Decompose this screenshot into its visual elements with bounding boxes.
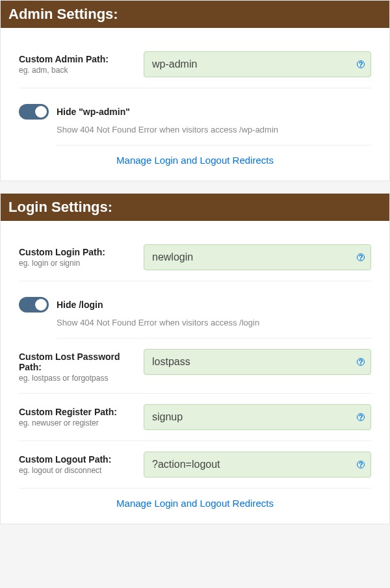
hide-wp-admin-section: Hide "wp-admin" Show 404 Not Found Error… — [19, 88, 371, 146]
custom-logout-input[interactable] — [144, 452, 371, 478]
hide-login-toggle-desc: Show 404 Not Found Error when visitors a… — [57, 318, 371, 339]
login-settings-panel: Login Settings: Custom Login Path: eg. l… — [0, 193, 390, 524]
custom-login-path-input-col: ? — [144, 244, 371, 270]
admin-link-row: Manage Login and Logout Redirects — [19, 146, 371, 170]
help-icon[interactable]: ? — [357, 60, 365, 68]
custom-admin-path-input-col: ? — [144, 51, 371, 77]
hide-login-toggle-label: Hide /login — [57, 300, 103, 310]
login-settings-header: Login Settings: — [1, 194, 389, 221]
custom-login-path-label: Custom Login Path: — [19, 247, 136, 257]
custom-lost-password-label: Custom Lost Password Path: — [19, 352, 136, 372]
hide-login-section: Hide /login Show 404 Not Found Error whe… — [19, 281, 371, 339]
hide-wp-admin-toggle-row: Hide "wp-admin" — [19, 94, 371, 122]
custom-login-path-row: Custom Login Path: eg. login or signin ? — [19, 236, 371, 281]
toggle-knob-icon — [35, 106, 47, 118]
custom-logout-label-col: Custom Logout Path: eg. logout or discon… — [19, 452, 136, 475]
custom-login-path-label-col: Custom Login Path: eg. login or signin — [19, 244, 136, 268]
custom-lost-password-row: Custom Lost Password Path: eg. lostpass … — [19, 339, 371, 394]
admin-settings-header: Admin Settings: — [1, 1, 389, 28]
admin-settings-panel: Admin Settings: Custom Admin Path: eg. a… — [0, 0, 390, 181]
custom-lost-password-label-col: Custom Lost Password Path: eg. lostpass … — [19, 349, 136, 383]
hide-login-toggle-row: Hide /login — [19, 287, 371, 315]
custom-admin-path-label-col: Custom Admin Path: eg. adm, back — [19, 51, 136, 75]
custom-lost-password-input[interactable] — [144, 349, 371, 375]
help-icon[interactable]: ? — [357, 358, 365, 366]
custom-logout-row: Custom Logout Path: eg. logout or discon… — [19, 441, 371, 489]
custom-register-label: Custom Register Path: — [19, 407, 136, 417]
custom-register-input-col: ? — [144, 404, 371, 430]
custom-logout-hint: eg. logout or disconnect — [19, 466, 136, 475]
custom-lost-password-input-col: ? — [144, 349, 371, 375]
admin-settings-body: Custom Admin Path: eg. adm, back ? Hide … — [1, 28, 389, 181]
custom-login-path-input[interactable] — [144, 244, 371, 270]
hide-login-toggle[interactable] — [19, 297, 49, 313]
custom-register-row: Custom Register Path: eg. newuser or reg… — [19, 394, 371, 441]
custom-admin-path-input[interactable] — [144, 51, 371, 77]
custom-logout-input-col: ? — [144, 452, 371, 478]
custom-lost-password-hint: eg. lostpass or forgotpass — [19, 374, 136, 383]
custom-admin-path-hint: eg. adm, back — [19, 66, 136, 75]
help-icon[interactable]: ? — [357, 461, 365, 468]
hide-wp-admin-toggle-label: Hide "wp-admin" — [57, 107, 130, 117]
custom-register-input[interactable] — [144, 404, 371, 430]
login-settings-body: Custom Login Path: eg. login or signin ?… — [1, 221, 389, 524]
help-icon[interactable]: ? — [357, 413, 365, 421]
custom-admin-path-label: Custom Admin Path: — [19, 54, 136, 64]
custom-logout-label: Custom Logout Path: — [19, 454, 136, 465]
hide-wp-admin-toggle-desc: Show 404 Not Found Error when visitors a… — [57, 125, 371, 146]
hide-wp-admin-toggle[interactable] — [19, 104, 49, 120]
custom-register-hint: eg. newuser or register — [19, 418, 136, 428]
custom-admin-path-row: Custom Admin Path: eg. adm, back ? — [19, 44, 371, 88]
help-icon[interactable]: ? — [357, 253, 365, 261]
manage-redirects-link[interactable]: Manage Login and Logout Redirects — [116, 498, 274, 509]
manage-redirects-link[interactable]: Manage Login and Logout Redirects — [116, 155, 274, 166]
login-link-row: Manage Login and Logout Redirects — [19, 489, 371, 513]
custom-login-path-hint: eg. login or signin — [19, 259, 136, 268]
toggle-knob-icon — [35, 299, 47, 311]
custom-register-label-col: Custom Register Path: eg. newuser or reg… — [19, 404, 136, 428]
